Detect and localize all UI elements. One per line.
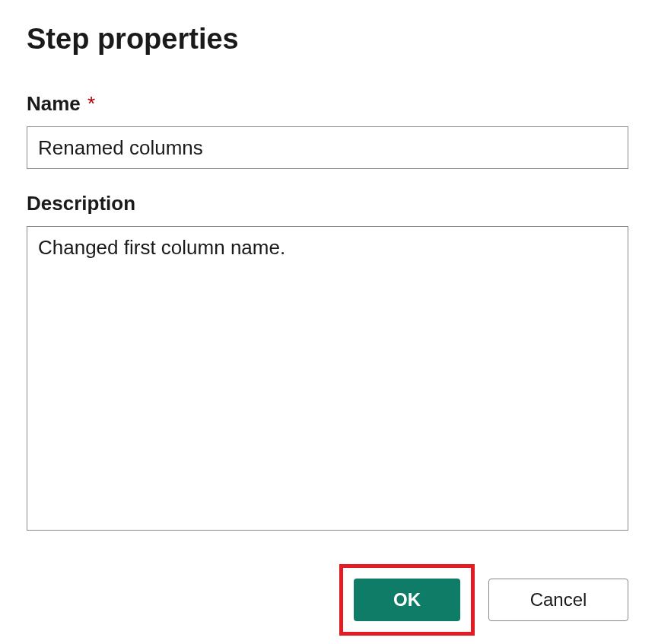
name-field-group: Name * [27, 92, 628, 169]
ok-button[interactable]: OK [354, 579, 460, 621]
dialog-title: Step properties [27, 23, 628, 56]
required-asterisk-icon: * [87, 92, 95, 115]
button-row: OK Cancel [27, 564, 628, 636]
name-input[interactable] [27, 126, 628, 169]
description-label: Description [27, 192, 628, 215]
ok-button-highlight: OK [339, 564, 475, 636]
cancel-button[interactable]: Cancel [488, 579, 628, 621]
description-input[interactable]: Changed first column name. [27, 226, 628, 531]
name-label-text: Name [27, 92, 81, 115]
description-field-group: Description Changed first column name. [27, 192, 628, 534]
name-label: Name * [27, 92, 628, 116]
